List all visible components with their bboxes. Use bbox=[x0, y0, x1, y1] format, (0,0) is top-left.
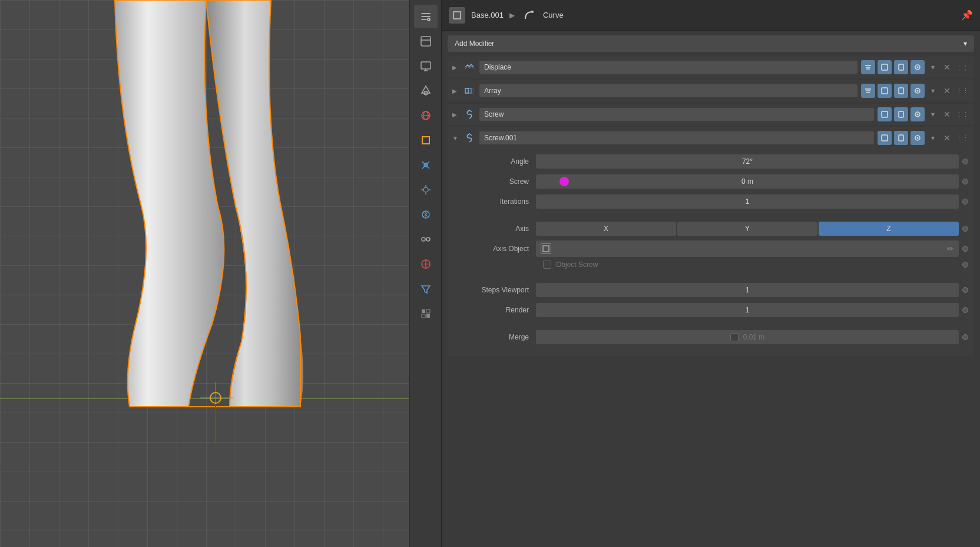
screw-render-btn[interactable] bbox=[894, 107, 908, 121]
displace-close-btn[interactable]: ✕ bbox=[941, 61, 953, 73]
object-screw-checkbox[interactable] bbox=[543, 261, 551, 269]
displace-filter-btn[interactable] bbox=[861, 60, 875, 74]
screw-value-field[interactable]: 0 m bbox=[536, 174, 959, 189]
sidebar-icon-object[interactable] bbox=[414, 128, 438, 152]
svg-rect-32 bbox=[899, 88, 903, 94]
displace-render-btn[interactable] bbox=[894, 60, 908, 74]
screw-chevron[interactable]: ▾ bbox=[927, 108, 939, 120]
render-field[interactable]: 1 bbox=[536, 303, 959, 317]
iterations-keyframe-dot[interactable] bbox=[962, 199, 968, 205]
array-name[interactable]: Array bbox=[479, 84, 858, 97]
screw-actions: ▾ ✕ ⋮⋮ bbox=[878, 107, 969, 121]
screw001-view-btn[interactable] bbox=[878, 131, 892, 145]
svg-rect-11 bbox=[422, 137, 429, 144]
screw001-close-btn[interactable]: ✕ bbox=[941, 132, 953, 144]
object-type-icon bbox=[449, 7, 465, 24]
array-close-btn[interactable]: ✕ bbox=[941, 85, 953, 97]
modifier-displace[interactable]: ▶ Displace bbox=[448, 57, 974, 78]
sidebar-icon-scene[interactable] bbox=[414, 29, 438, 53]
modifier-array[interactable]: ▶ Array bbox=[448, 80, 974, 101]
header-arrow: ▶ bbox=[509, 11, 515, 19]
axis-keyframe-dot[interactable] bbox=[962, 226, 968, 232]
screw001-expand-arrow[interactable]: ▼ bbox=[452, 135, 459, 141]
angle-keyframe-dot[interactable] bbox=[962, 159, 968, 164]
screw-camera-btn[interactable] bbox=[911, 107, 925, 121]
steps-viewport-field[interactable]: 1 bbox=[536, 283, 959, 297]
iterations-field[interactable]: 1 bbox=[536, 195, 959, 209]
merge-field[interactable]: 0.01 m bbox=[536, 330, 959, 344]
sidebar-icon-data[interactable] bbox=[414, 252, 438, 276]
steps-viewport-dot[interactable] bbox=[962, 287, 968, 293]
displace-name[interactable]: Displace bbox=[479, 61, 858, 74]
screw001-camera-btn[interactable] bbox=[911, 131, 925, 145]
screw-view-btn[interactable] bbox=[878, 107, 892, 121]
displace-dots[interactable]: ⋮⋮ bbox=[955, 60, 969, 74]
array-view-btn[interactable] bbox=[878, 84, 892, 98]
curve-icon bbox=[521, 7, 537, 24]
screw001-render-btn[interactable] bbox=[894, 131, 908, 145]
screw-close-btn[interactable]: ✕ bbox=[941, 108, 953, 120]
array-expand-arrow[interactable]: ▶ bbox=[452, 88, 459, 94]
array-camera-btn[interactable] bbox=[911, 84, 925, 98]
sidebar-icon-render[interactable] bbox=[414, 54, 438, 78]
steps-viewport-label: Steps Viewport bbox=[453, 286, 536, 294]
axis-y-btn[interactable]: Y bbox=[677, 222, 817, 236]
displace-chevron[interactable]: ▾ bbox=[927, 61, 939, 73]
eyedropper-icon[interactable]: ✏ bbox=[947, 244, 954, 253]
axis-row: Axis X Y Z bbox=[453, 220, 968, 237]
screw-expand-arrow[interactable]: ▶ bbox=[452, 111, 459, 118]
sidebar-icon-tools[interactable] bbox=[414, 5, 438, 28]
sidebar-icon-modifier[interactable] bbox=[414, 153, 438, 177]
screw001-dots[interactable]: ⋮⋮ bbox=[955, 131, 969, 145]
screw-type-icon bbox=[463, 108, 476, 121]
merge-checkbox[interactable] bbox=[730, 333, 739, 341]
displace-expand-arrow[interactable]: ▶ bbox=[452, 64, 459, 71]
axis-z-btn[interactable]: Z bbox=[819, 222, 959, 236]
screw-dots[interactable]: ⋮⋮ bbox=[955, 107, 969, 121]
axis-object-dot[interactable] bbox=[962, 246, 968, 252]
modifier-screw[interactable]: ▶ Screw ▾ ✕ ⋮⋮ bbox=[448, 104, 974, 125]
screw-val-label: Screw bbox=[453, 177, 536, 186]
render-value: 1 bbox=[746, 306, 750, 314]
panel-header: Base.001 ▶ Curve 📌 bbox=[442, 0, 980, 31]
displace-view-btn[interactable] bbox=[878, 60, 892, 74]
angle-field[interactable]: 72° bbox=[536, 154, 959, 169]
screw001-chevron[interactable]: ▾ bbox=[927, 132, 939, 144]
array-filter-btn[interactable] bbox=[861, 84, 875, 98]
render-dot[interactable] bbox=[962, 307, 968, 313]
sidebar-icon-checkers[interactable] bbox=[414, 302, 438, 325]
svg-rect-22 bbox=[453, 12, 461, 19]
sidebar-icon-particles[interactable] bbox=[414, 178, 438, 202]
screw001-name[interactable]: Screw.001 bbox=[479, 131, 874, 144]
merge-dot[interactable] bbox=[962, 334, 968, 340]
render-label: Render bbox=[453, 306, 536, 314]
screw-value: 0 m bbox=[741, 177, 753, 186]
ribbon-svg bbox=[0, 0, 409, 547]
displace-actions: ▾ ✕ ⋮⋮ bbox=[861, 60, 969, 74]
object-screw-dot[interactable] bbox=[962, 262, 968, 268]
axis-x-btn[interactable]: X bbox=[536, 222, 676, 236]
sidebar-icon-world[interactable] bbox=[414, 104, 438, 127]
viewport[interactable] bbox=[0, 0, 409, 547]
svg-rect-29 bbox=[468, 88, 471, 93]
array-render-btn[interactable] bbox=[894, 84, 908, 98]
svg-rect-18 bbox=[422, 309, 425, 313]
sidebar-icons-panel bbox=[409, 0, 441, 547]
displace-camera-btn[interactable] bbox=[911, 60, 925, 74]
array-dots[interactable]: ⋮⋮ bbox=[955, 84, 969, 98]
screw-name[interactable]: Screw bbox=[479, 108, 874, 121]
axis-label: Axis bbox=[453, 225, 536, 233]
svg-point-5 bbox=[428, 18, 430, 21]
screw001-header[interactable]: ▼ Screw.001 bbox=[448, 127, 974, 149]
sidebar-icon-funnel[interactable] bbox=[414, 277, 438, 301]
axis-object-field[interactable]: ✏ bbox=[536, 240, 959, 257]
axis-object-label: Axis Object bbox=[453, 245, 536, 253]
svg-point-42 bbox=[917, 137, 919, 139]
add-modifier-button[interactable]: Add Modifier ▾ bbox=[448, 35, 974, 52]
sidebar-icon-physics[interactable] bbox=[414, 203, 438, 226]
pin-icon[interactable]: 📌 bbox=[961, 9, 973, 21]
array-chevron[interactable]: ▾ bbox=[927, 85, 939, 97]
sidebar-icon-constraints[interactable] bbox=[414, 228, 438, 251]
sidebar-icon-material[interactable] bbox=[414, 79, 438, 103]
screw-keyframe-dot[interactable] bbox=[962, 179, 968, 184]
